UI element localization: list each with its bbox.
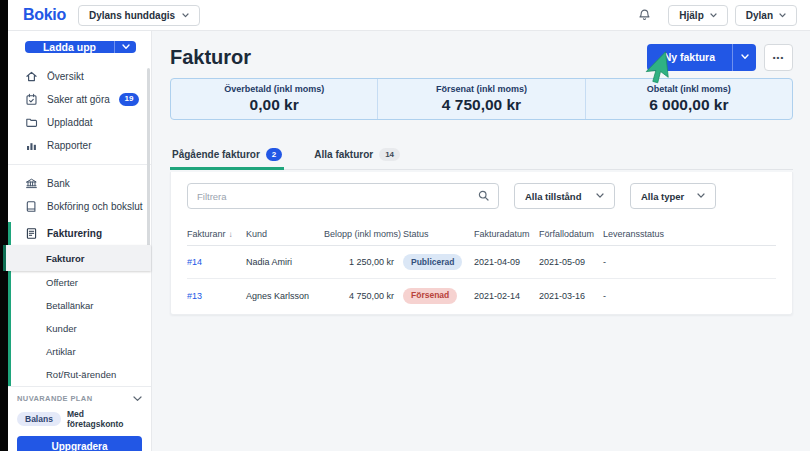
summary-unpaid: Obetalt (inkl moms) 6 000,00 kr [585, 79, 792, 119]
invoicing-section: Fakturering Fakturor Offerter Betallänka… [8, 222, 151, 386]
status-badge: Publicerad [403, 254, 462, 270]
column-header-due-date[interactable]: Förfallodatum [539, 229, 603, 239]
sidebar-item-label: Uppladdat [47, 117, 93, 128]
sidebar-item-label: Rapporter [47, 140, 91, 151]
bokio-logo: Bokio [23, 6, 66, 24]
sidebar-subitem-kunder[interactable]: Kunder [8, 317, 151, 340]
sidebar-item-bokforing[interactable]: Bokföring och bokslut [8, 195, 151, 218]
summary-overpaid: Överbetald (inkl moms) 0,00 kr [171, 79, 377, 119]
bank-icon [25, 177, 38, 190]
book-icon [25, 200, 38, 213]
user-menu-button[interactable]: Dylan [735, 5, 797, 26]
plan-badge: Balans [17, 412, 61, 426]
table-row[interactable]: #13 Agnes Karlsson 4 750,00 kr Försenad … [187, 279, 776, 312]
new-invoice-button[interactable]: Ny faktura [647, 44, 756, 71]
sidebar-item-saker-att-gora[interactable]: Saker att göra 19 [8, 88, 151, 111]
table-row[interactable]: #14 Nadia Amiri 1 250,00 kr Publicerad 2… [187, 246, 776, 279]
chevron-down-icon [710, 13, 717, 18]
sidebar-subitem-artiklar[interactable]: Artiklar [8, 340, 151, 363]
notifications-bell-icon[interactable] [638, 8, 651, 22]
sidebar-subitem-betallankar[interactable]: Betallänkar [8, 294, 151, 317]
invoice-amount: 4 750,00 kr [324, 291, 394, 301]
sidebar-item-rapporter[interactable]: Rapporter [8, 134, 151, 157]
invoice-icon [25, 227, 38, 240]
summary-value: 4 750,00 kr [442, 96, 521, 114]
sidebar-subitem-label: Artiklar [46, 346, 76, 357]
invoice-tabs: Pågående fakturor 2 Alla fakturor 14 [170, 143, 793, 170]
column-header-status[interactable]: Status [394, 229, 474, 239]
state-filter-select[interactable]: Alla tillstånd [514, 183, 615, 209]
chevron-down-icon [182, 13, 189, 18]
sidebar-subitem-label: Fakturor [46, 253, 85, 264]
invoice-summary-banner: Överbetald (inkl moms) 0,00 kr Försenat … [170, 78, 793, 120]
sidebar-subitem-offerter[interactable]: Offerter [8, 271, 151, 294]
sidebar: Ladda upp Översikt Saker att göra 19 Upp… [8, 31, 152, 451]
tab-ongoing-invoices[interactable]: Pågående fakturor 2 [170, 143, 284, 169]
summary-label: Överbetald (inkl moms) [224, 84, 324, 94]
sidebar-scrollbar[interactable] [147, 68, 150, 248]
tab-count-badge: 14 [379, 148, 400, 161]
column-header-customer[interactable]: Kund [246, 229, 324, 239]
customer-name: Agnes Karlsson [246, 291, 324, 301]
calendar-check-icon [25, 93, 38, 106]
customer-name: Nadia Amiri [246, 257, 324, 267]
invoice-number-link[interactable]: #14 [187, 257, 202, 267]
more-options-button[interactable]: ••• [764, 44, 793, 71]
sidebar-item-label: Översikt [47, 71, 84, 82]
upgrade-button[interactable]: Uppgradera [17, 436, 142, 451]
search-icon [478, 187, 489, 205]
chevron-down-icon[interactable] [133, 396, 142, 402]
bar-chart-icon [25, 139, 38, 152]
sort-desc-icon: ↓ [229, 230, 233, 239]
summary-label: Obetalt (inkl moms) [647, 84, 731, 94]
company-selector[interactable]: Dylans hunddagis [78, 5, 200, 26]
sidebar-item-uppladdat[interactable]: Uppladdat [8, 111, 151, 134]
more-options-icon: ••• [773, 53, 784, 62]
sidebar-subitem-label: Kunder [46, 323, 77, 334]
help-menu-button[interactable]: Hjälp [668, 5, 727, 26]
type-filter-select[interactable]: Alla typer [630, 183, 716, 209]
sidebar-subitem-fakturor[interactable]: Fakturor [3, 245, 151, 271]
upload-dropdown-toggle[interactable] [114, 41, 136, 53]
new-invoice-dropdown-toggle[interactable] [732, 44, 756, 71]
delivery-status: - [603, 257, 776, 267]
main-content: Fakturor Ny faktura ••• Överbetald (inkl… [152, 31, 810, 451]
summary-value: 0,00 kr [250, 96, 299, 114]
chevron-down-icon [596, 193, 604, 199]
help-menu-label: Hjälp [679, 10, 703, 21]
invoice-number-link[interactable]: #13 [187, 291, 202, 301]
sidebar-item-bank[interactable]: Bank [8, 172, 151, 195]
delivery-status: - [603, 291, 776, 301]
company-selector-label: Dylans hunddagis [89, 10, 175, 21]
tab-all-invoices[interactable]: Alla fakturor 14 [312, 143, 402, 169]
column-header-delivery-status[interactable]: Leveransstatus [603, 229, 776, 239]
plan-section: NUVARANDE PLAN Balans Med företagskonto … [8, 386, 151, 451]
sidebar-item-label: Saker att göra [47, 94, 110, 105]
folder-icon [25, 116, 38, 129]
filter-search-input[interactable] [197, 191, 478, 202]
column-header-invoice-no[interactable]: Fakturanr↓ [187, 229, 246, 239]
state-filter-value: Alla tillstånd [525, 191, 581, 202]
home-icon [25, 70, 38, 83]
tab-label: Pågående fakturor [172, 149, 260, 160]
summary-value: 6 000,00 kr [649, 96, 728, 114]
sidebar-item-label: Fakturering [47, 228, 102, 239]
column-header-invoice-date[interactable]: Fakturadatum [474, 229, 539, 239]
upload-button[interactable]: Ladda upp [25, 41, 136, 53]
invoice-date: 2021-04-09 [474, 257, 539, 267]
invoice-list-card: Alla tillstånd Alla typer Fakturanr↓ Kun… [170, 172, 793, 315]
summary-label: Försenat (inkl moms) [436, 84, 527, 94]
sidebar-item-label: Bokföring och bokslut [47, 201, 143, 212]
top-bar: Bokio Dylans hunddagis Hjälp Dylan [8, 0, 810, 31]
new-invoice-label: Ny faktura [647, 44, 732, 71]
user-menu-label: Dylan [746, 10, 773, 21]
sidebar-item-fakturering[interactable]: Fakturering [8, 222, 151, 245]
type-filter-value: Alla typer [641, 191, 684, 202]
tab-label: Alla fakturor [314, 149, 373, 160]
sidebar-subitem-label: Offerter [46, 277, 78, 288]
sidebar-subitem-rot-rut[interactable]: Rot/Rut-ärenden [8, 363, 151, 386]
column-header-amount[interactable]: Belopp (inkl moms) [324, 229, 394, 239]
summary-overdue: Försenat (inkl moms) 4 750,00 kr [377, 79, 584, 119]
sidebar-item-oversikt[interactable]: Översikt [8, 65, 151, 88]
chevron-down-icon [697, 193, 705, 199]
